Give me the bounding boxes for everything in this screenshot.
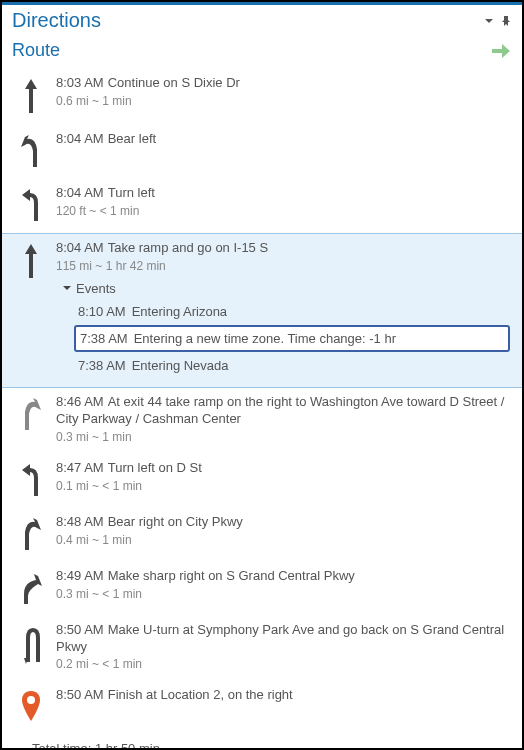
step-text: Make U-turn at Symphony Park Ave and go … (56, 622, 504, 654)
panel-title: Directions (12, 9, 484, 32)
events-toggle[interactable]: Events (56, 281, 510, 296)
total-time-value: 1 hr 50 min (95, 741, 160, 750)
event-row[interactable]: 7:38 AMEntering Nevada (56, 354, 510, 377)
direction-step[interactable]: 8:03 AMContinue on S Dixie Dr 0.6 mi ~ 1… (10, 69, 514, 125)
event-text: Entering Arizona (132, 304, 227, 319)
step-sub: 0.3 mi ~ 1 min (56, 430, 510, 444)
total-time-label: Total time: (32, 741, 91, 750)
step-time: 8:47 AM (56, 460, 104, 475)
step-sub: 0.1 mi ~ < 1 min (56, 479, 510, 493)
step-time: 8:03 AM (56, 75, 104, 90)
step-sub: 0.3 mi ~ < 1 min (56, 587, 510, 601)
step-text: Take ramp and go on I-15 S (108, 240, 268, 255)
straight-icon (14, 240, 48, 377)
finish-pin-icon (14, 687, 48, 723)
events-container: Events 8:10 AMEntering Arizona 7:38 AMEn… (56, 281, 510, 377)
direction-step[interactable]: 8:04 AMTurn left 120 ft ~ < 1 min (10, 179, 514, 233)
direction-step-highlighted[interactable]: 8:04 AMTake ramp and go on I-15 S 115 mi… (2, 233, 522, 388)
chevron-down-icon (62, 283, 72, 293)
svg-point-0 (27, 696, 35, 704)
direction-step[interactable]: 8:50 AMMake U-turn at Symphony Park Ave … (10, 616, 514, 682)
step-time: 8:04 AM (56, 131, 104, 146)
step-text: Turn left (108, 185, 155, 200)
step-time: 8:46 AM (56, 394, 104, 409)
panel-header: Directions (2, 5, 522, 38)
route-title[interactable]: Route (12, 40, 490, 61)
straight-icon (14, 75, 48, 115)
steps-list: 8:03 AMContinue on S Dixie Dr 0.6 mi ~ 1… (2, 69, 522, 733)
step-text: Bear left (108, 131, 156, 146)
sharp-right-icon (14, 568, 48, 606)
events-label: Events (76, 281, 116, 296)
step-sub: 0.6 mi ~ 1 min (56, 94, 510, 108)
totals: Total time: 1 hr 50 min Total distance: … (2, 733, 522, 750)
step-text: Continue on S Dixie Dr (108, 75, 240, 90)
turn-left-icon (14, 185, 48, 223)
step-sub: 0.2 mi ~ < 1 min (56, 657, 510, 671)
step-text: At exit 44 take ramp on the right to Was… (56, 394, 504, 426)
direction-step[interactable]: 8:48 AMBear right on City Pkwy 0.4 mi ~ … (10, 508, 514, 562)
step-time: 8:50 AM (56, 622, 104, 637)
bear-right-icon (14, 514, 48, 552)
step-time: 8:49 AM (56, 568, 104, 583)
go-arrow-icon[interactable] (490, 41, 512, 61)
direction-step[interactable]: 8:50 AMFinish at Location 2, on the righ… (10, 681, 514, 733)
event-time: 7:38 AM (78, 358, 126, 373)
event-row[interactable]: 8:10 AMEntering Arizona (56, 300, 510, 323)
step-time: 8:50 AM (56, 687, 104, 702)
event-row-selected[interactable]: 7:38 AMEntering a new time zone. Time ch… (74, 325, 510, 352)
event-text: Entering a new time zone. Time change: -… (134, 331, 396, 346)
step-text: Finish at Location 2, on the right (108, 687, 293, 702)
direction-step[interactable]: 8:47 AMTurn left on D St 0.1 mi ~ < 1 mi… (10, 454, 514, 508)
pin-icon[interactable] (500, 15, 512, 27)
panel-header-controls (484, 15, 512, 27)
step-time: 8:04 AM (56, 185, 104, 200)
route-header: Route (2, 38, 522, 69)
bear-left-icon (14, 131, 48, 169)
direction-step[interactable]: 8:49 AMMake sharp right on S Grand Centr… (10, 562, 514, 616)
menu-dropdown-icon[interactable] (484, 16, 494, 26)
event-time: 7:38 AM (80, 331, 128, 346)
uturn-icon (14, 622, 48, 672)
event-text: Entering Nevada (132, 358, 229, 373)
direction-step[interactable]: 8:46 AMAt exit 44 take ramp on the right… (10, 388, 514, 454)
step-sub: 120 ft ~ < 1 min (56, 204, 510, 218)
step-text: Turn left on D St (108, 460, 202, 475)
bear-right-icon (14, 394, 48, 444)
directions-panel: Directions Route 8:03 AMContinue on S Di… (0, 0, 524, 750)
step-text: Bear right on City Pkwy (108, 514, 243, 529)
turn-left-icon (14, 460, 48, 498)
event-time: 8:10 AM (78, 304, 126, 319)
direction-step[interactable]: 8:04 AMBear left (10, 125, 514, 179)
step-sub: 115 mi ~ 1 hr 42 min (56, 259, 510, 273)
step-sub: 0.4 mi ~ 1 min (56, 533, 510, 547)
step-text: Make sharp right on S Grand Central Pkwy (108, 568, 355, 583)
step-time: 8:48 AM (56, 514, 104, 529)
step-time: 8:04 AM (56, 240, 104, 255)
